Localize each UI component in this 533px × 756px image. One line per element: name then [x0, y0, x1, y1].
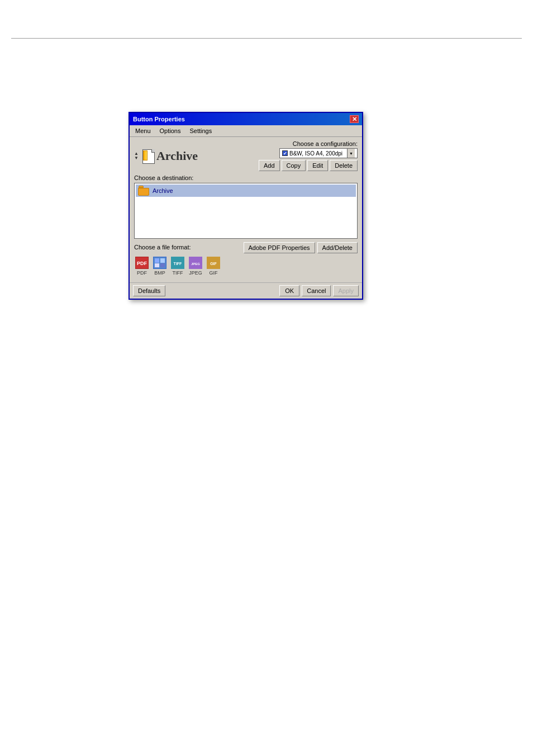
icon-title-area: ▲ ▼ Archive	[134, 148, 257, 164]
bmp-icon-graphic	[153, 257, 166, 269]
copy-button[interactable]: Copy	[282, 160, 306, 171]
button-properties-dialog: Button Properties ✕ Menu Options Setting…	[129, 112, 363, 300]
destination-item[interactable]: Archive	[136, 185, 356, 197]
svg-text:PDF: PDF	[137, 261, 147, 266]
config-checkbox: ✔	[282, 150, 288, 156]
archive-doc-icon	[141, 148, 156, 164]
menu-bar: Menu Options Settings	[130, 125, 362, 137]
defaults-button[interactable]: Defaults	[133, 285, 165, 296]
tiff-icon-graphic: TIFF	[171, 257, 184, 269]
destination-label: Choose a destination:	[134, 174, 358, 181]
nav-arrows: ▲ ▼	[134, 152, 139, 160]
folder-body	[138, 188, 149, 196]
bottom-buttons-row: Defaults OK Cancel Apply	[130, 282, 362, 299]
pdf-label: PDF	[137, 270, 147, 276]
jpeg-icon-graphic: JPEG	[189, 257, 202, 269]
jpeg-icon: JPEG	[188, 256, 203, 270]
add-delete-button[interactable]: Add/Delete	[317, 242, 358, 253]
folder-icon	[138, 186, 150, 196]
format-buttons-row: Choose a file format: Adobe PDF Properti…	[134, 242, 358, 253]
menu-item-menu[interactable]: Menu	[132, 126, 154, 135]
format-pdf[interactable]: PDF PDF	[134, 256, 150, 276]
tiff-icon: TIFF	[170, 256, 185, 270]
destination-section: Choose a destination: Archive	[134, 174, 358, 239]
dialog-close-button[interactable]: ✕	[350, 115, 359, 123]
svg-rect-3	[155, 258, 159, 263]
adobe-pdf-properties-button[interactable]: Adobe PDF Properties	[244, 242, 315, 253]
pdf-icon: PDF	[134, 256, 150, 270]
nav-down-arrow[interactable]: ▼	[134, 156, 139, 160]
config-dropdown[interactable]: ✔ B&W, ISO A4, 200dpi ▼	[279, 148, 358, 158]
config-select-row: ✔ B&W, ISO A4, 200dpi ▼	[279, 148, 358, 158]
config-buttons: Add Copy Edit Delete	[259, 160, 358, 171]
destination-list[interactable]: Archive	[134, 183, 358, 239]
svg-text:GIF: GIF	[210, 262, 217, 266]
format-bmp[interactable]: BMP	[152, 256, 168, 276]
menu-item-settings[interactable]: Settings	[186, 126, 215, 135]
svg-rect-6	[160, 263, 165, 267]
format-jpeg[interactable]: JPEG JPEG	[188, 256, 203, 276]
dialog-title-bar: Button Properties ✕	[130, 113, 362, 125]
add-button[interactable]: Add	[259, 160, 280, 171]
top-rule	[11, 38, 522, 39]
bottom-right-buttons: OK Cancel Apply	[279, 285, 359, 296]
doc-highlight	[143, 150, 147, 160]
svg-text:JPEG: JPEG	[191, 262, 200, 266]
edit-button[interactable]: Edit	[307, 160, 328, 171]
delete-button[interactable]: Delete	[330, 160, 358, 171]
file-format-section: Choose a file format: Adobe PDF Properti…	[134, 242, 358, 276]
menu-item-options[interactable]: Options	[156, 126, 184, 135]
format-tiff[interactable]: TIFF TIFF	[170, 256, 185, 276]
config-section: Choose a configuration: ✔ B&W, ISO A4, 2…	[257, 140, 358, 171]
doc-fold	[151, 149, 155, 153]
dialog-title: Button Properties	[133, 116, 185, 122]
config-dropdown-arrow[interactable]: ▼	[347, 149, 355, 158]
gif-label: GIF	[210, 270, 218, 276]
format-icons-row: PDF PDF	[134, 256, 358, 276]
config-label: Choose a configuration:	[293, 140, 358, 147]
gif-icon: GIF	[206, 256, 221, 270]
pdf-icon-graphic: PDF	[135, 257, 149, 269]
destination-list-wrapper: Archive	[134, 183, 358, 239]
archive-title-text: Archive	[156, 149, 198, 163]
format-action-buttons: Adobe PDF Properties Add/Delete	[244, 242, 358, 253]
bmp-icon	[152, 256, 168, 270]
tiff-label: TIFF	[173, 270, 183, 276]
config-selected-value: B&W, ISO A4, 200dpi	[289, 150, 347, 157]
format-gif[interactable]: GIF GIF	[206, 256, 221, 276]
dialog-content: ▲ ▼ Archive Choose a configuration: ✔ B	[130, 137, 362, 282]
svg-rect-4	[160, 258, 165, 263]
gif-icon-graphic: GIF	[207, 257, 220, 269]
top-section: ▲ ▼ Archive Choose a configuration: ✔ B	[134, 140, 358, 171]
bmp-label: BMP	[154, 270, 165, 276]
destination-item-name: Archive	[153, 187, 173, 194]
svg-text:TIFF: TIFF	[174, 262, 182, 266]
svg-rect-5	[155, 263, 159, 267]
jpeg-label: JPEG	[189, 270, 202, 276]
cancel-button[interactable]: Cancel	[302, 285, 331, 296]
file-format-label: Choose a file format:	[134, 244, 191, 251]
apply-button[interactable]: Apply	[333, 285, 359, 296]
ok-button[interactable]: OK	[279, 285, 299, 296]
